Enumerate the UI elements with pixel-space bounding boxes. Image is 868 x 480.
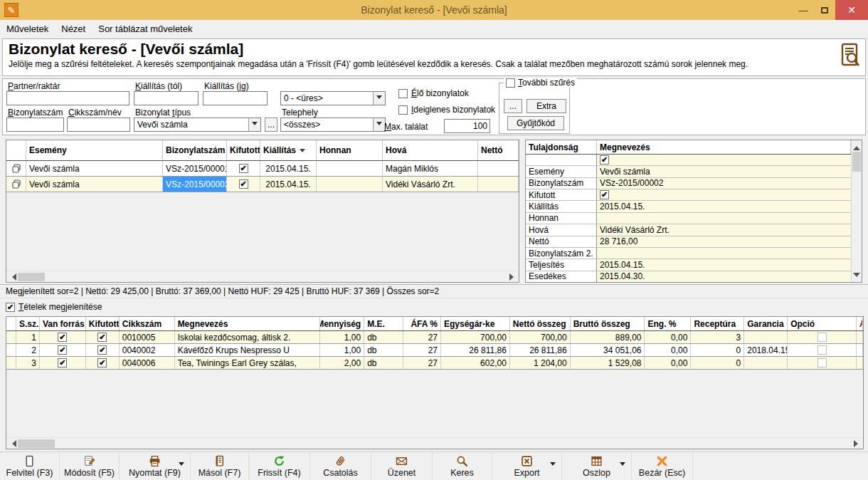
kiallitas-ig-input[interactable]	[203, 91, 268, 105]
gyujtokod-button[interactable]: Gyűjtőkód	[507, 116, 564, 130]
prop-value[interactable]: 2015.04.15.	[597, 201, 851, 212]
prop-value[interactable]	[597, 155, 851, 165]
result-grid-hscrollbar[interactable]	[6, 271, 519, 282]
cell-esemeny[interactable]: Vevői számla	[26, 177, 163, 192]
cell-esemeny[interactable]: Vevői számla	[26, 161, 163, 176]
prop-value[interactable]	[597, 189, 851, 200]
cell-brutto-osszeg[interactable]: 889,00	[571, 331, 645, 343]
scroll-left-icon[interactable]	[6, 438, 18, 449]
keres-button[interactable]: Keres	[433, 452, 492, 480]
cell-afa[interactable]: 27	[403, 331, 441, 343]
menu-nezet[interactable]: Nézet	[55, 21, 92, 37]
table-row-selected[interactable]: Vevői számla VSz-2015/00002 2015.04.15. …	[6, 177, 519, 192]
cell-van-forras[interactable]	[40, 331, 86, 343]
header-honnan[interactable]: Honnan	[317, 140, 383, 160]
cell-megnevezes[interactable]: Iskolai kezdőcsomag, áltisk 2.	[175, 331, 321, 343]
scrollbar-thumb[interactable]	[18, 273, 45, 281]
bizonylatszam-input[interactable]	[6, 118, 64, 132]
tovabbi-szures-checkbox[interactable]: További szűrés	[504, 78, 577, 88]
property-row[interactable]: Bizonylatszám 2.	[526, 248, 851, 259]
header-cikkszam[interactable]: Cikkszám	[120, 317, 175, 330]
cell-mennyiseg[interactable]: 2,00	[320, 357, 364, 369]
cell-megnevezes[interactable]: Kávéfőző Krups Nespresso U	[175, 344, 321, 356]
prop-value[interactable]	[597, 248, 851, 259]
scroll-up-icon[interactable]	[851, 140, 862, 152]
property-row[interactable]: Esedékes2015.04.30.	[526, 271, 851, 282]
prop-value[interactable]: Vevői számla	[597, 166, 851, 177]
cell-mennyiseg[interactable]: 1,00	[320, 331, 364, 343]
cell-bizonylatszam[interactable]: VSz-2015/00001	[163, 161, 227, 176]
cell-me[interactable]: db	[364, 357, 403, 369]
cell-honnan[interactable]	[317, 161, 383, 176]
item-row[interactable]: 2 0040002 Kávéfőző Krups Nespresso U 1,0…	[6, 344, 863, 357]
scroll-down-icon[interactable]	[851, 271, 862, 282]
scrollbar-track[interactable]	[852, 172, 862, 271]
cell-netto-osszeg[interactable]: 700,00	[510, 331, 571, 343]
scroll-right-icon[interactable]	[852, 438, 863, 449]
cell-garancia[interactable]: 2018.04.15.	[744, 344, 788, 356]
cell-kifutott[interactable]	[86, 331, 120, 343]
header-afa[interactable]: ÁFA %	[403, 317, 441, 330]
row-selector-cell[interactable]	[6, 331, 16, 343]
table-row[interactable]: Vevői számla VSz-2015/00001 2015.04.15. …	[6, 161, 519, 177]
header-esemeny[interactable]: Esemény	[26, 140, 163, 160]
cell-megnevezes[interactable]: Tea, Twinings Earl Grey szálas,	[175, 357, 321, 369]
header-van-forras[interactable]: Van forrás	[40, 317, 86, 330]
copy-rows-icon[interactable]	[6, 161, 26, 176]
export-button[interactable]: Export	[492, 452, 562, 480]
cell-egysegar[interactable]: 602,00	[441, 357, 510, 369]
cell-afa[interactable]: 27	[403, 344, 441, 356]
header-megnevezes[interactable]: Megnevezés	[597, 140, 851, 154]
cell-opcio[interactable]	[788, 331, 857, 343]
property-row[interactable]: EseményVevői számla	[526, 166, 851, 177]
cell-netto-osszeg[interactable]: 1 204,00	[510, 357, 571, 369]
prop-value[interactable]	[597, 213, 851, 224]
cell-brutto-osszeg[interactable]: 1 529,08	[571, 357, 645, 369]
chevron-down-icon[interactable]	[248, 118, 260, 131]
menu-sor-tablazat-muveletek[interactable]: Sor táblázat műveletek	[92, 21, 199, 37]
chevron-down-icon[interactable]	[373, 118, 385, 131]
header-eng[interactable]: Eng. %	[645, 317, 691, 330]
property-row[interactable]: BizonylatszámVSz-2015/00002	[526, 178, 851, 189]
modosit-button[interactable]: Módosít (F5)	[60, 452, 120, 480]
elo-bizonylatok-checkbox[interactable]: Élő bizonylatok	[398, 88, 469, 98]
menu-muveletek[interactable]: Műveletek	[0, 21, 55, 37]
scrollbar-thumb[interactable]	[852, 152, 861, 172]
cell-ssz[interactable]: 2	[16, 344, 40, 356]
header-brutto-osszeg[interactable]: Bruttó összeg	[571, 317, 645, 330]
header-opcio[interactable]: Opció	[788, 317, 857, 330]
cell-kifutott[interactable]	[86, 344, 120, 356]
header-partial-column[interactable]: Á	[857, 317, 863, 330]
prop-value[interactable]: 2015.04.15.	[597, 259, 851, 270]
items-grid-hscrollbar[interactable]	[6, 437, 863, 449]
chevron-down-icon[interactable]	[620, 462, 625, 469]
bizonylat-tipus-select[interactable]: Vevői számla	[134, 118, 261, 132]
tetelek-megjelenitese-checkbox[interactable]: Tételek megjelenítése	[6, 301, 102, 313]
cell-receptura[interactable]: 0	[691, 344, 744, 356]
felvitel-button[interactable]: Felvitel (F3)	[0, 452, 60, 480]
property-row[interactable]: Teljesítés2015.04.15.	[526, 259, 851, 271]
prop-value[interactable]: Vidéki Vásárló Zrt.	[597, 224, 851, 235]
cell-eng[interactable]: 0,00	[645, 357, 691, 369]
cell-me[interactable]: db	[364, 331, 403, 343]
checkbox-icon[interactable]	[398, 105, 408, 115]
cell-netto[interactable]: 28 716,00	[478, 177, 519, 192]
row-selector-cell[interactable]	[6, 344, 16, 356]
cell-hova[interactable]: Magán Miklós	[383, 161, 478, 176]
cell-egysegar[interactable]: 700,00	[441, 331, 510, 343]
masol-button[interactable]: Másol (F7)	[191, 452, 249, 480]
cell-cikkszam[interactable]: 0040006	[120, 357, 175, 369]
cell-garancia[interactable]	[744, 357, 788, 369]
title-bar[interactable]: ✎ Bizonylat kereső - [Vevői számla] — ✕	[0, 0, 868, 20]
header-hova[interactable]: Hová	[383, 140, 478, 160]
bizonylat-tipus-browse-button[interactable]: ...	[265, 118, 277, 132]
ideiglenes-bizonylatok-checkbox[interactable]: Ideiglenes bizonylatok	[398, 105, 495, 115]
cell-eng[interactable]: 0,00	[645, 331, 691, 343]
cell-kifutott[interactable]	[227, 161, 260, 176]
partner-input[interactable]	[6, 91, 129, 105]
header-kiallitas[interactable]: Kiállítás	[260, 140, 317, 160]
header-garancia[interactable]: Garancia	[744, 317, 788, 330]
cell-kiallitas[interactable]: 2015.04.15.	[260, 161, 317, 176]
telephely-select[interactable]: <összes>	[280, 118, 386, 132]
header-kifutott[interactable]: Kifutott	[86, 317, 120, 330]
